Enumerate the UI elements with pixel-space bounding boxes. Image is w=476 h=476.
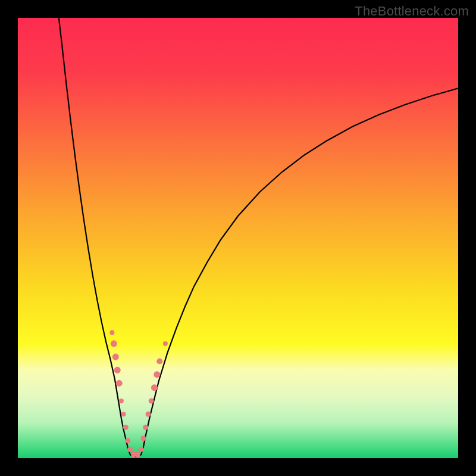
data-marker [163,342,168,346]
chart-frame: TheBottleneck.com [0,0,476,476]
watermark-text: TheBottleneck.com [355,4,469,19]
data-marker [140,436,146,441]
data-marker [154,371,160,378]
data-marker [156,358,162,364]
data-marker [121,412,126,416]
plot-area [18,18,458,458]
curve-layer [18,18,458,458]
data-marker [111,340,117,347]
data-marker [126,438,131,443]
marker-group [109,330,168,457]
data-marker [119,399,124,403]
data-marker [149,398,154,403]
data-marker [143,425,148,430]
data-marker [135,452,140,458]
data-marker [112,353,119,360]
data-marker [109,330,114,335]
data-marker [127,447,133,452]
data-marker [146,412,151,417]
data-marker [123,425,129,430]
data-marker [114,367,121,374]
data-marker [116,380,123,387]
data-marker [139,447,144,452]
data-marker [151,384,158,391]
bottleneck-curve [59,18,458,456]
